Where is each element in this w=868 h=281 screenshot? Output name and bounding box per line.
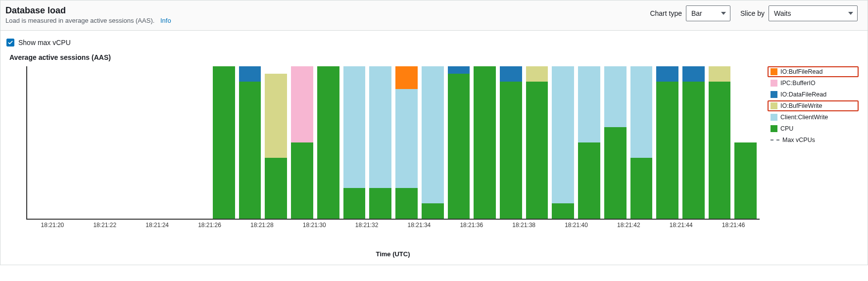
- chart-bar[interactable]: [578, 66, 600, 219]
- chart-segment: [630, 158, 653, 219]
- chart-bar[interactable]: [630, 66, 653, 219]
- legend-swatch: [771, 68, 777, 75]
- legend-item-bufferio[interactable]: IPC:BufferIO: [768, 78, 859, 89]
- legend-item-clientwrite[interactable]: Client:ClientWrite: [768, 112, 859, 123]
- chart-segment: [291, 142, 313, 219]
- chart-bar[interactable]: [30, 66, 52, 219]
- show-max-vcpu-checkbox[interactable]: [6, 39, 14, 47]
- legend-swatch-dash: [771, 140, 779, 140]
- chart-segment: [578, 142, 600, 219]
- x-tick-label: 18:21:20: [41, 222, 64, 229]
- x-tick-label: 18:21:42: [617, 222, 640, 229]
- slice-by-value: Waits: [774, 9, 791, 17]
- chart-bar[interactable]: [161, 66, 183, 219]
- chart-segment: [552, 203, 574, 219]
- chart-segment: [395, 66, 418, 89]
- chart-segment: [265, 74, 287, 157]
- legend-item-max-vcpu[interactable]: Max vCPUs: [768, 135, 859, 145]
- chart-bar[interactable]: [526, 66, 548, 219]
- legend-swatch: [771, 125, 777, 132]
- chart-bar[interactable]: [108, 66, 131, 219]
- panel-header: Database load Load is measured in averag…: [0, 0, 868, 31]
- chart-bar[interactable]: [500, 66, 522, 219]
- chart-segment: [552, 66, 574, 203]
- x-tick-label: 18:21:46: [722, 222, 745, 229]
- chart-x-label: Time (UTC): [26, 250, 760, 258]
- header-controls: Chart type Bar Slice by Waits: [644, 5, 858, 21]
- legend-item-cpu[interactable]: CPU: [768, 123, 859, 134]
- panel-subtitle: Load is measured in average active sessi…: [5, 17, 154, 24]
- legend-label: IPC:BufferIO: [780, 80, 816, 87]
- chart-bar[interactable]: [317, 66, 339, 219]
- chart-segment: [604, 66, 627, 127]
- chart-segment: [604, 127, 627, 219]
- chart-bar[interactable]: [135, 66, 157, 219]
- caret-down-icon: [848, 12, 853, 15]
- chart-bar[interactable]: [604, 66, 627, 219]
- chart-bar[interactable]: [448, 66, 470, 219]
- chart-segment: [317, 66, 339, 219]
- chart-bar[interactable]: [656, 66, 678, 219]
- chart-segment: [448, 74, 470, 219]
- chart-bar[interactable]: [56, 66, 79, 219]
- chart-segment: [578, 66, 600, 142]
- panel-title: Database load: [5, 5, 171, 16]
- x-tick-label: 18:21:26: [198, 222, 221, 229]
- chart-bar[interactable]: [369, 66, 391, 219]
- legend-label: IO:DataFileRead: [780, 91, 826, 98]
- chart-segment: [213, 66, 235, 219]
- chart-bar[interactable]: [709, 66, 731, 219]
- chart-bar[interactable]: [265, 66, 287, 219]
- chart-bar[interactable]: [422, 66, 444, 219]
- legend-item-buffilewrite[interactable]: IO:BufFileWrite: [768, 100, 859, 111]
- chart-bar[interactable]: [474, 66, 496, 219]
- legend-item-buffileread[interactable]: IO:BufFileRead: [768, 66, 859, 77]
- slice-by-select[interactable]: Waits: [769, 5, 858, 21]
- chart-bar[interactable]: [552, 66, 574, 219]
- chart-segment: [422, 66, 444, 203]
- x-tick-label: 18:21:36: [460, 222, 483, 229]
- chart-segment: [709, 82, 731, 219]
- legend-item-datafileread[interactable]: IO:DataFileRead: [768, 89, 859, 100]
- chart-bar[interactable]: [187, 66, 209, 219]
- chart-segment: [526, 66, 548, 82]
- chart-bar[interactable]: [82, 66, 104, 219]
- chart-segment: [343, 188, 366, 219]
- chart-plot: [26, 66, 760, 220]
- chart-title: Average active sessions (AAS): [9, 53, 862, 61]
- chart-segment: [682, 82, 705, 219]
- chart-bar[interactable]: [239, 66, 261, 219]
- chart-segment: [656, 82, 678, 219]
- chart-segment: [239, 66, 261, 82]
- chart-bar[interactable]: [291, 66, 313, 219]
- chart-legend: IO:BufFileReadIPC:BufferIOIO:DataFileRea…: [768, 66, 862, 146]
- x-tick-label: 18:21:22: [93, 222, 116, 229]
- chart-bar[interactable]: [343, 66, 366, 219]
- chart-segment: [448, 66, 470, 74]
- chart-segment: [395, 188, 418, 219]
- show-max-vcpu-label: Show max vCPU: [18, 39, 71, 47]
- legend-swatch: [771, 80, 777, 87]
- legend-swatch: [771, 91, 777, 98]
- legend-label: Max vCPUs: [782, 137, 815, 143]
- chart-segment: [343, 66, 366, 188]
- x-tick-label: 18:21:34: [408, 222, 431, 229]
- chart-segment: [500, 66, 522, 82]
- chart-bar[interactable]: [395, 66, 418, 219]
- info-link[interactable]: Info: [160, 17, 171, 24]
- chart-type-label: Chart type: [650, 9, 682, 17]
- chart-bar[interactable]: [213, 66, 235, 219]
- chart-segment: [369, 66, 391, 188]
- x-tick-label: 18:21:40: [565, 222, 588, 229]
- legend-label: IO:BufFileWrite: [780, 102, 822, 109]
- panel-body: Show max vCPU Average active sessions (A…: [0, 31, 868, 265]
- chart-bar[interactable]: [734, 66, 757, 219]
- chart-segment: [500, 82, 522, 219]
- legend-label: Client:ClientWrite: [780, 114, 828, 121]
- chart-segment: [239, 82, 261, 219]
- chart-type-select[interactable]: Bar: [686, 5, 730, 21]
- x-tick-label: 18:21:24: [145, 222, 169, 229]
- database-load-panel: Database load Load is measured in averag…: [0, 0, 868, 265]
- chart-bar[interactable]: [682, 66, 705, 219]
- chart-bars: [30, 66, 757, 219]
